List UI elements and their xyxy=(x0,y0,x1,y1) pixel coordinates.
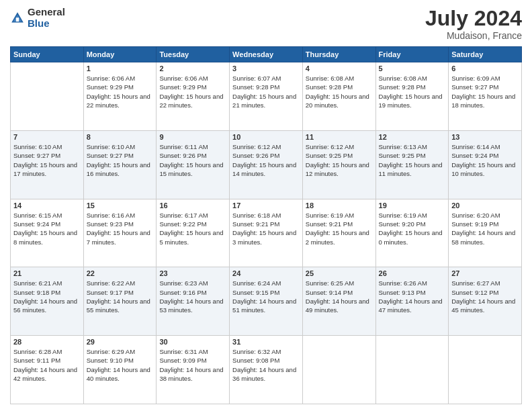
calendar-cell: 26 Sunrise: 6:26 AMSunset: 9:13 PMDaylig… xyxy=(375,267,449,336)
day-number: 5 xyxy=(379,64,446,73)
day-info: Sunrise: 6:06 AMSunset: 9:29 PMDaylight:… xyxy=(159,74,226,109)
day-number: 4 xyxy=(306,64,373,73)
logo-icon xyxy=(10,11,25,26)
day-info: Sunrise: 6:15 AMSunset: 9:24 PMDaylight:… xyxy=(13,211,81,246)
calendar-cell: 4 Sunrise: 6:08 AMSunset: 9:28 PMDayligh… xyxy=(302,62,375,131)
day-info: Sunrise: 6:11 AMSunset: 9:26 PMDaylight:… xyxy=(159,142,226,178)
calendar-cell: 10 Sunrise: 6:12 AMSunset: 9:26 PMDaylig… xyxy=(230,130,303,199)
day-number: 10 xyxy=(232,133,300,141)
calendar-cell: 16 Sunrise: 6:17 AMSunset: 9:22 PMDaylig… xyxy=(157,199,230,267)
day-number: 14 xyxy=(13,201,81,210)
day-info: Sunrise: 6:20 AMSunset: 9:19 PMDaylight:… xyxy=(451,211,519,246)
day-number: 6 xyxy=(451,64,519,73)
day-info: Sunrise: 6:26 AMSunset: 9:13 PMDaylight:… xyxy=(379,279,446,314)
day-info: Sunrise: 6:22 AMSunset: 9:17 PMDaylight:… xyxy=(87,279,154,314)
day-info: Sunrise: 6:06 AMSunset: 9:29 PMDaylight:… xyxy=(87,74,154,109)
day-info: Sunrise: 6:18 AMSunset: 9:21 PMDaylight:… xyxy=(232,211,300,246)
day-number: 23 xyxy=(159,269,226,277)
day-number: 13 xyxy=(451,133,519,141)
day-info: Sunrise: 6:16 AMSunset: 9:23 PMDaylight:… xyxy=(87,211,154,246)
title-block: July 2024 Mudaison, France xyxy=(425,7,522,41)
col-monday: Monday xyxy=(83,47,157,62)
calendar-table: Sunday Monday Tuesday Wednesday Thursday… xyxy=(10,46,522,404)
calendar-cell xyxy=(11,62,84,131)
svg-rect-2 xyxy=(16,17,19,21)
day-number: 29 xyxy=(87,338,154,346)
day-number: 22 xyxy=(87,269,154,277)
day-info: Sunrise: 6:19 AMSunset: 9:21 PMDaylight:… xyxy=(306,211,373,246)
calendar-cell: 5 Sunrise: 6:08 AMSunset: 9:28 PMDayligh… xyxy=(375,62,449,131)
day-info: Sunrise: 6:27 AMSunset: 9:12 PMDaylight:… xyxy=(451,279,519,314)
day-number: 12 xyxy=(379,133,446,141)
calendar-cell: 12 Sunrise: 6:13 AMSunset: 9:25 PMDaylig… xyxy=(375,130,449,199)
month-year-title: July 2024 xyxy=(425,7,522,30)
calendar-cell: 23 Sunrise: 6:23 AMSunset: 9:16 PMDaylig… xyxy=(157,267,230,336)
day-number: 2 xyxy=(159,64,226,73)
calendar-cell: 30 Sunrise: 6:31 AMSunset: 9:09 PMDaylig… xyxy=(157,336,230,404)
day-info: Sunrise: 6:13 AMSunset: 9:25 PMDaylight:… xyxy=(379,142,446,178)
calendar-cell: 7 Sunrise: 6:10 AMSunset: 9:27 PMDayligh… xyxy=(11,130,84,199)
day-number: 31 xyxy=(232,338,300,346)
col-tuesday: Tuesday xyxy=(157,47,230,62)
day-number: 3 xyxy=(232,64,300,73)
col-sunday: Sunday xyxy=(11,47,84,62)
day-number: 27 xyxy=(451,269,519,277)
day-info: Sunrise: 6:17 AMSunset: 9:22 PMDaylight:… xyxy=(159,211,226,246)
logo: General Blue xyxy=(10,7,65,29)
col-wednesday: Wednesday xyxy=(230,47,303,62)
calendar-cell: 2 Sunrise: 6:06 AMSunset: 9:29 PMDayligh… xyxy=(157,62,230,131)
day-number: 30 xyxy=(159,338,226,346)
calendar-cell: 21 Sunrise: 6:21 AMSunset: 9:18 PMDaylig… xyxy=(11,267,84,336)
calendar-cell: 27 Sunrise: 6:27 AMSunset: 9:12 PMDaylig… xyxy=(449,267,522,336)
page: General Blue July 2024 Mudaison, France … xyxy=(0,0,532,411)
day-number: 28 xyxy=(13,338,81,346)
calendar-cell: 25 Sunrise: 6:25 AMSunset: 9:14 PMDaylig… xyxy=(302,267,375,336)
day-number: 15 xyxy=(87,201,154,210)
day-info: Sunrise: 6:19 AMSunset: 9:20 PMDaylight:… xyxy=(379,211,446,246)
day-info: Sunrise: 6:21 AMSunset: 9:18 PMDaylight:… xyxy=(13,279,81,314)
calendar-cell: 18 Sunrise: 6:19 AMSunset: 9:21 PMDaylig… xyxy=(302,199,375,267)
calendar-cell: 14 Sunrise: 6:15 AMSunset: 9:24 PMDaylig… xyxy=(11,199,84,267)
day-info: Sunrise: 6:10 AMSunset: 9:27 PMDaylight:… xyxy=(13,142,81,178)
day-number: 11 xyxy=(306,133,373,141)
day-info: Sunrise: 6:32 AMSunset: 9:08 PMDaylight:… xyxy=(232,347,300,383)
day-number: 1 xyxy=(87,64,154,73)
calendar-cell: 1 Sunrise: 6:06 AMSunset: 9:29 PMDayligh… xyxy=(83,62,157,131)
day-info: Sunrise: 6:24 AMSunset: 9:15 PMDaylight:… xyxy=(232,279,300,314)
day-info: Sunrise: 6:12 AMSunset: 9:25 PMDaylight:… xyxy=(306,142,373,178)
calendar-cell: 8 Sunrise: 6:10 AMSunset: 9:27 PMDayligh… xyxy=(83,130,157,199)
calendar-header-row: Sunday Monday Tuesday Wednesday Thursday… xyxy=(11,47,522,62)
calendar-cell: 13 Sunrise: 6:14 AMSunset: 9:24 PMDaylig… xyxy=(449,130,522,199)
day-number: 8 xyxy=(87,133,154,141)
day-info: Sunrise: 6:23 AMSunset: 9:16 PMDaylight:… xyxy=(159,279,226,314)
day-info: Sunrise: 6:25 AMSunset: 9:14 PMDaylight:… xyxy=(306,279,373,314)
calendar-cell xyxy=(302,336,375,404)
calendar-cell: 3 Sunrise: 6:07 AMSunset: 9:28 PMDayligh… xyxy=(230,62,303,131)
calendar-cell: 24 Sunrise: 6:24 AMSunset: 9:15 PMDaylig… xyxy=(230,267,303,336)
calendar-cell xyxy=(375,336,449,404)
logo-blue-text: Blue xyxy=(28,18,65,30)
day-info: Sunrise: 6:10 AMSunset: 9:27 PMDaylight:… xyxy=(87,142,154,178)
day-number: 24 xyxy=(232,269,300,277)
day-info: Sunrise: 6:08 AMSunset: 9:28 PMDaylight:… xyxy=(306,74,373,109)
calendar-cell: 29 Sunrise: 6:29 AMSunset: 9:10 PMDaylig… xyxy=(83,336,157,404)
day-info: Sunrise: 6:08 AMSunset: 9:28 PMDaylight:… xyxy=(379,74,446,109)
header: General Blue July 2024 Mudaison, France xyxy=(10,7,522,41)
calendar-cell: 6 Sunrise: 6:09 AMSunset: 9:27 PMDayligh… xyxy=(449,62,522,131)
calendar-cell: 31 Sunrise: 6:32 AMSunset: 9:08 PMDaylig… xyxy=(230,336,303,404)
calendar-cell: 28 Sunrise: 6:28 AMSunset: 9:11 PMDaylig… xyxy=(11,336,84,404)
calendar-cell: 17 Sunrise: 6:18 AMSunset: 9:21 PMDaylig… xyxy=(230,199,303,267)
calendar-week-1: 1 Sunrise: 6:06 AMSunset: 9:29 PMDayligh… xyxy=(11,62,522,131)
calendar-cell: 11 Sunrise: 6:12 AMSunset: 9:25 PMDaylig… xyxy=(302,130,375,199)
calendar-week-2: 7 Sunrise: 6:10 AMSunset: 9:27 PMDayligh… xyxy=(11,130,522,199)
calendar-cell xyxy=(449,336,522,404)
day-number: 16 xyxy=(159,201,226,210)
calendar-cell: 22 Sunrise: 6:22 AMSunset: 9:17 PMDaylig… xyxy=(83,267,157,336)
calendar-cell: 20 Sunrise: 6:20 AMSunset: 9:19 PMDaylig… xyxy=(449,199,522,267)
day-info: Sunrise: 6:12 AMSunset: 9:26 PMDaylight:… xyxy=(232,142,300,178)
calendar-cell: 19 Sunrise: 6:19 AMSunset: 9:20 PMDaylig… xyxy=(375,199,449,267)
day-number: 20 xyxy=(451,201,519,210)
logo-text: General Blue xyxy=(28,7,65,29)
day-number: 9 xyxy=(159,133,226,141)
day-number: 25 xyxy=(306,269,373,277)
